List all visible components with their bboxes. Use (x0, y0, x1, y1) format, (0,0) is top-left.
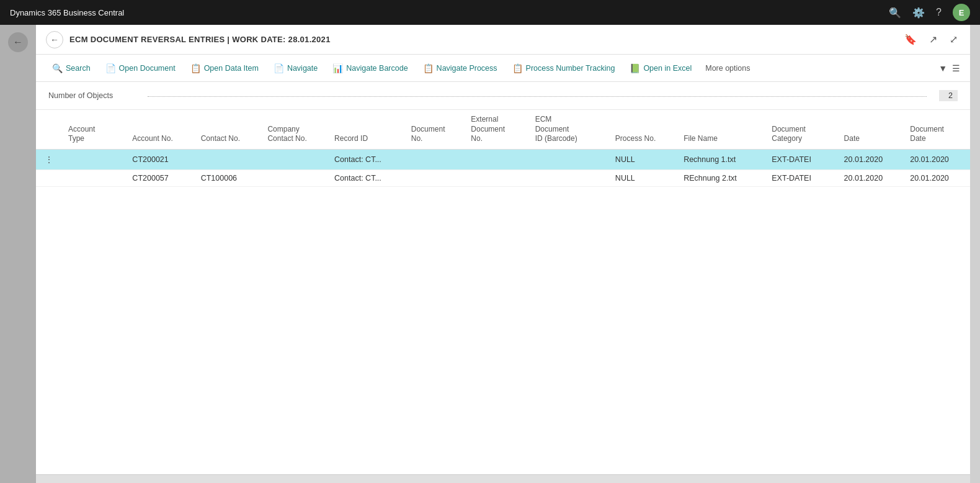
table-row[interactable]: CT200057CT100006Contact: CT...NULLREchnu… (36, 169, 970, 186)
settings-icon[interactable]: ⚙️ (912, 7, 925, 19)
col-header-ecm-doc: ECMDocumentID (Barcode) (529, 110, 609, 149)
navigate-barcode-button[interactable]: 📊 Navigate Barcode (326, 60, 414, 76)
cell-file-name: Rechnung 1.txt (677, 149, 765, 169)
cell-row-menu[interactable] (36, 169, 62, 186)
sidebar-left: ← (0, 25, 36, 483)
search-button[interactable]: 🔍 Search (46, 60, 97, 76)
cell-contact-no (195, 149, 262, 169)
process-number-tracking-icon: 📋 (512, 63, 523, 73)
col-header-doc-cat: DocumentCategory (765, 110, 837, 149)
col-header-ext-doc: ExternalDocumentNo. (465, 110, 528, 149)
top-navigation-bar: Dynamics 365 Business Central 🔍 ⚙️ ? E (0, 0, 980, 25)
cell-external-document-no (465, 169, 528, 186)
data-table: AccountType Account No. Contact No. Comp… (36, 110, 970, 187)
cell-external-document-no (465, 149, 528, 169)
user-avatar[interactable]: E (953, 4, 970, 21)
col-header-record-id: Record ID (328, 110, 405, 149)
open-data-item-button[interactable]: 📋 Open Data Item (184, 60, 265, 76)
row-context-menu-button[interactable]: ⋮ (42, 153, 56, 166)
navigate-icon: 📄 (274, 63, 284, 73)
toolbar: 🔍 Search 📄 Open Document 📋 Open Data Ite… (36, 55, 970, 82)
toolbar-right: ▼ ☰ (938, 63, 960, 73)
help-icon[interactable]: ? (936, 7, 942, 18)
content-area: Number of Objects 2 AccountType Account … (36, 82, 970, 474)
page-header: ← ECM DOCUMENT REVERSAL ENTRIES | WORK D… (36, 25, 970, 55)
col-header-date: Date (838, 110, 904, 149)
more-options-button[interactable]: More options (700, 61, 755, 76)
page-title: ECM DOCUMENT REVERSAL ENTRIES | WORK DAT… (69, 35, 331, 44)
col-header-company-contact: CompanyContact No. (261, 110, 328, 149)
open-data-item-icon: 📋 (190, 63, 201, 73)
cell-account-no: CT200057 (126, 169, 194, 186)
cell-process-no: NULL (609, 149, 677, 169)
cell-record-id: Contact: CT... (328, 149, 405, 169)
num-objects-bar (148, 89, 927, 102)
sidebar-right (970, 25, 980, 483)
col-header-account-type: AccountType (62, 110, 126, 149)
app-name: Dynamics 365 Business Central (10, 8, 124, 17)
col-header-doc-date: DocumentDate (904, 110, 970, 149)
col-header-account-no: Account No. (126, 110, 194, 149)
cell-contact-no: CT100006 (195, 169, 262, 186)
cell-ecm-document-id (529, 149, 609, 169)
top-bar-icons: 🔍 ⚙️ ? E (889, 4, 970, 21)
cell-document-date: 20.01.2020 (904, 169, 970, 186)
open-in-excel-button[interactable]: 📗 Open in Excel (623, 60, 698, 76)
num-objects-value: 2 (939, 90, 958, 101)
navigate-process-icon: 📋 (423, 63, 434, 73)
cell-account-no: CT200021 (126, 149, 194, 169)
cell-file-name: REchnung 2.txt (677, 169, 765, 186)
cell-document-category: EXT-DATEI (765, 149, 837, 169)
num-objects-label: Number of Objects (48, 91, 135, 100)
expand-icon[interactable]: ⤢ (947, 31, 960, 48)
cell-document-no (405, 169, 465, 186)
cell-record-id: Contact: CT... (328, 169, 405, 186)
col-header-menu (36, 110, 62, 149)
search-btn-icon: 🔍 (52, 63, 63, 73)
cell-row-menu[interactable]: ⋮ (36, 149, 62, 169)
cell-document-date: 20.01.2020 (904, 149, 970, 169)
bookmark-icon[interactable]: 🔖 (902, 31, 919, 48)
cell-document-no (405, 149, 465, 169)
open-in-excel-icon: 📗 (630, 63, 640, 73)
open-document-button[interactable]: 📄 Open Document (99, 60, 182, 76)
filter-icon[interactable]: ▼ (938, 63, 947, 73)
cell-date: 20.01.2020 (838, 169, 904, 186)
navigate-button[interactable]: 📄 Navigate (267, 60, 324, 76)
table-row[interactable]: ⋮CT200021Contact: CT...NULLRechnung 1.tx… (36, 149, 970, 169)
cell-process-no: NULL (609, 169, 677, 186)
top-bar-left: Dynamics 365 Business Central (10, 8, 124, 17)
table-header-row: AccountType Account No. Contact No. Comp… (36, 110, 970, 149)
cell-account-type (62, 149, 126, 169)
horizontal-scrollbar[interactable] (36, 474, 970, 483)
cell-ecm-document-id (529, 169, 609, 186)
share-icon[interactable]: ↗ (927, 31, 940, 48)
main-content: ← ECM DOCUMENT REVERSAL ENTRIES | WORK D… (36, 25, 970, 483)
list-icon[interactable]: ☰ (952, 63, 960, 73)
process-number-tracking-button[interactable]: 📋 Process Number Tracking (506, 60, 621, 76)
navigate-process-button[interactable]: 📋 Navigate Process (417, 60, 504, 76)
header-back-button[interactable]: ← (46, 31, 63, 48)
cell-date: 20.01.2020 (838, 149, 904, 169)
cell-document-category: EXT-DATEI (765, 169, 837, 186)
col-header-process-no: Process No. (609, 110, 677, 149)
num-objects-row: Number of Objects 2 (36, 82, 970, 110)
navigate-barcode-icon: 📊 (332, 63, 343, 73)
sidebar-back-button[interactable]: ← (8, 32, 28, 52)
col-header-contact-no: Contact No. (195, 110, 262, 149)
open-document-icon: 📄 (105, 63, 116, 73)
cell-account-type (62, 169, 126, 186)
search-icon[interactable]: 🔍 (889, 7, 901, 19)
col-header-doc-no: DocumentNo. (405, 110, 465, 149)
page-header-right: 🔖 ↗ ⤢ (902, 31, 960, 48)
cell-company-contact-no (261, 149, 328, 169)
page-header-left: ← ECM DOCUMENT REVERSAL ENTRIES | WORK D… (46, 31, 331, 48)
col-header-file-name: File Name (677, 110, 765, 149)
cell-company-contact-no (261, 169, 328, 186)
